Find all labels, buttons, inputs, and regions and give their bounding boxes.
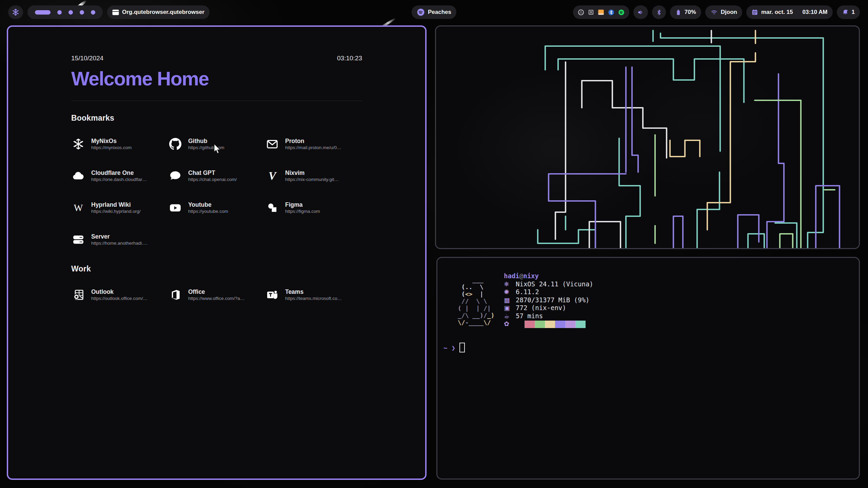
bookmark-url: https://home.anotherhadi.… [91,241,148,246]
bookmark-github[interactable]: Githubhttps://github.com [168,137,265,151]
keepass-tray-icon[interactable] [588,9,594,15]
bookmark-title: Outlook [91,289,147,295]
bookmark-url: https://mynixos.com [91,145,132,150]
bookmark-url: https://www.office.com/?a… [188,296,244,301]
bookmark-title: Github [188,138,224,144]
page-title: Welcome Home [71,67,362,90]
bluetooth-tray-icon[interactable] [608,9,614,16]
bookmark-url: https://teams.microsoft.co… [285,296,342,301]
bookmark-outlook[interactable]: Outlookhttps://outlook.office.com/… [71,288,168,302]
battery-pill[interactable]: 70% [670,5,701,19]
bookmarks-heading: Bookmarks [71,114,362,123]
notification-pill[interactable]: 1 [837,5,860,19]
bluetooth-icon [656,9,662,16]
bookmark-teams[interactable]: Teamshttps://teams.microsoft.co… [265,288,362,302]
colors-row: ✿ [504,320,593,328]
fastfetch-info: hadi@nixy ❄NixOS 24.11 (Vicuna) ✺6.11.2 … [504,272,593,328]
teams-icon [265,288,279,302]
fastfetch-terminal-window: ___ (.. \ (<> | // \ \( | | /|_/\ __)/_)… [436,257,860,480]
memory-chip-icon: ▦ [504,296,513,304]
media-track-label: Peaches [428,9,451,16]
bookmark-title: Server [91,233,148,240]
spotify-icon [417,8,425,16]
bookmark-title: Cloudflare One [91,170,147,176]
bookmark-proton[interactable]: Protonhttps://mail.proton.me/u/0… [265,137,362,151]
bookmark-hyprland-wiki[interactable]: W Hyprland Wikihttps://wiki.hyprland.org… [71,201,168,215]
top-bar: Org.qutebrowser.qutebrowser Peaches [8,5,860,20]
bookmarks-grid: MyNixOshttps://mynixos.com Githubhttps:/… [71,128,362,256]
clock-pill[interactable]: mar. oct. 1503:10 AM [746,5,833,19]
bookmark-cloudflare-one[interactable]: Cloudflare Onehttps://one.dash.cloudflar… [71,169,168,183]
workspace-dot[interactable] [80,10,84,15]
bookmark-chatgpt[interactable]: Chat GPThttps://chat.openai.com/ [168,169,265,183]
bookmark-title: Office [188,289,244,295]
bookmark-mynixos[interactable]: MyNixOshttps://mynixos.com [71,137,168,151]
spotify-tray-icon[interactable] [618,9,625,16]
bookmark-server[interactable]: Serverhttps://home.anotherhadi.… [71,232,168,247]
battery-icon [675,9,682,16]
work-heading: Work [71,264,362,273]
host-label: nixy [523,272,539,280]
terminal-cursor [459,343,465,352]
fastfetch-user-host: hadi@nixy [504,272,593,280]
bookmark-nixvim[interactable]: V Nixvimhttps://nix-community.git… [265,169,362,183]
bookmark-url: https://one.dash.cloudflar… [91,177,147,182]
prompt-arrow: ❯ [451,344,455,351]
startpage-clock: 03:10:23 [337,55,362,62]
memory-row: ▦2870/31377 MiB (9%) [504,296,593,304]
system-tray[interactable] [573,5,629,19]
kernel-row: ✺6.11.2 [504,288,593,296]
bookmark-url: https://youtube.com [188,209,228,214]
bookmark-url: https://wiki.hyprland.org/ [91,209,141,214]
nixos-snowflake-icon [12,8,19,16]
prompt-path: ~ [443,344,447,351]
svg-text:V: V [269,170,277,182]
network-label: Djoon [721,9,737,16]
wifi-icon [710,9,718,16]
bookmark-youtube[interactable]: Youtubehttps://youtube.com [168,201,265,215]
figma-icon [265,201,279,215]
disc-tray-icon[interactable] [578,9,584,16]
pipes-art [436,26,859,248]
bookmark-title: Chat GPT [188,170,237,176]
network-pill[interactable]: Djoon [705,5,742,19]
battery-percent-label: 70% [685,9,696,16]
bluetooth-pill[interactable] [652,5,666,19]
bookmark-url: https://chat.openai.com/ [188,177,237,182]
qutebrowser-window: 15/10/2024 03:10:23 Welcome Home Bookmar… [7,25,427,480]
packages-row: ▣772 (nix-env) [504,304,593,312]
workspace-dot[interactable] [68,10,73,15]
package-icon: ▣ [504,304,513,312]
outlook-icon [71,288,85,302]
kernel-icon: ✺ [504,288,513,296]
workspace-active-pill[interactable] [35,10,51,15]
uptime-row: ☕57 mins [504,312,593,320]
workspaces-indicator[interactable] [27,5,103,19]
nixos-snowflake-icon [71,137,85,151]
bookmark-office[interactable]: Officehttps://www.office.com/?a… [168,288,265,302]
media-player-pill[interactable]: Peaches [412,5,456,19]
bookmark-title: Teams [285,289,342,295]
bookmark-url: https://mail.proton.me/u/0… [285,145,341,150]
bookmark-figma[interactable]: Figmahttps://figma.com [265,201,362,215]
shell-prompt[interactable]: ~❯ [443,343,465,352]
fastfetch-ascii-art: ___ (.. \ (<> | // \ \( | | /|_/\ __)/_)… [458,276,494,326]
wikipedia-w-icon: W [71,201,85,215]
workspace-dot[interactable] [57,10,62,15]
notification-count: 1 [852,9,855,16]
workspace-dot[interactable] [91,10,95,15]
bookmark-title: Proton [285,138,341,144]
office-icon [168,288,182,302]
os-row: ❄NixOS 24.11 (Vicuna) [504,280,593,288]
youtube-icon [168,201,182,215]
pipes-terminal-window [435,25,860,249]
calendar-icon [751,9,758,16]
cloud-icon [71,169,85,183]
time-label: 03:10 AM [803,9,828,16]
mail-icon [265,137,279,151]
files-tray-icon[interactable] [598,9,604,15]
active-window-title-pill[interactable]: Org.qutebrowser.qutebrowser [107,5,210,19]
nixos-logo-button[interactable] [8,5,23,19]
github-icon [168,137,182,151]
volume-pill[interactable] [633,5,648,19]
